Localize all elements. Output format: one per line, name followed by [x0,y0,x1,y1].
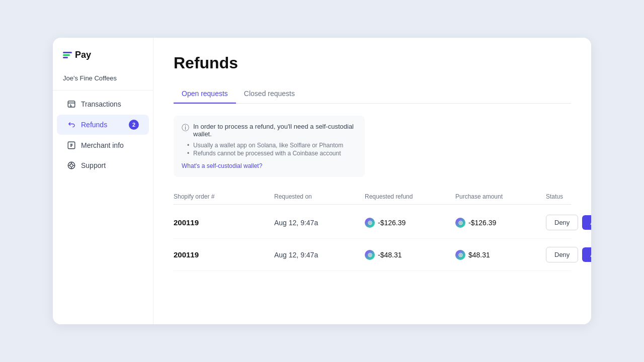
table-header: Shopify order # Requested on Requested r… [174,189,571,205]
requested-on-2: Aug 12, 9:47a [274,251,365,259]
deny-button-1[interactable]: Deny [546,215,578,230]
app-container: Pay Joe's Fine Coffees Transactions [53,38,591,324]
purchase-amount-1: ◎ -$126.39 [455,218,546,228]
refunds-badge: 2 [129,120,139,130]
requested-refund-2: ◎ -$48.31 [365,250,455,260]
sidebar-item-refunds[interactable]: Refunds 2 [57,115,149,135]
refunds-icon [67,120,76,129]
sidebar-item-merchant-info[interactable]: Merchant info [57,136,149,155]
svg-point-6 [70,164,73,167]
deny-button-2[interactable]: Deny [546,247,578,262]
info-list: Usually a wallet app on Solana, like Sol… [182,142,357,157]
logo: Pay [53,50,153,60]
sol-icon-3: ◎ [365,250,375,260]
sidebar: Pay Joe's Fine Coffees Transactions [53,38,153,324]
refunds-label: Refunds [81,121,107,129]
refund-amount-1: -$126.39 [378,219,406,227]
page-title: Refunds [174,54,571,72]
info-bullet-2: Refunds cannot be processed with a Coinb… [193,150,357,157]
refunds-table: Shopify order # Requested on Requested r… [174,189,571,271]
sidebar-item-transactions[interactable]: Transactions [57,95,149,114]
order-number-1: 200119 [174,218,274,227]
merchant-info-icon [67,141,76,150]
table-row: 200119 Aug 12, 9:47a ◎ -$48.31 ◎ $48.31 … [174,239,571,271]
purchase-amount-2: ◎ $48.31 [455,250,546,260]
info-title: In order to process a refund, you'll nee… [193,123,357,138]
merchant-name: Joe's Fine Coffees [53,74,153,90]
purchase-amount-val-1: -$126.39 [468,219,496,227]
info-box: ⓘ In order to process a refund, you'll n… [174,116,365,177]
logo-icon [63,52,72,58]
purchase-amount-val-2: $48.31 [468,251,490,259]
col-requested-on: Requested on [274,193,365,200]
info-circle-icon: ⓘ [182,123,189,133]
tab-closed-requests[interactable]: Closed requests [236,84,303,104]
table-row: 200119 Aug 12, 9:47a ◎ -$126.39 ◎ -$126.… [174,207,571,239]
sidebar-item-support[interactable]: Support [57,156,149,175]
sol-icon-1: ◎ [365,218,375,228]
requested-refund-1: ◎ -$126.39 [365,218,455,228]
actions-1: Deny Approve [546,215,591,230]
support-label: Support [81,161,106,169]
support-icon [67,161,76,170]
refund-amount-2: -$48.31 [378,251,401,259]
sol-icon-2: ◎ [455,218,465,228]
merchant-info-label: Merchant info [81,141,124,149]
transactions-label: Transactions [81,100,121,108]
approve-button-2[interactable]: Approve [582,247,591,262]
sol-icon-4: ◎ [455,250,465,260]
transactions-icon [67,100,76,109]
col-purchase-amount: Purchase amount [455,193,546,200]
logo-stripe-3 [63,57,68,58]
tab-open-requests[interactable]: Open requests [174,84,236,104]
order-number-2: 200119 [174,250,274,259]
logo-stripe-1 [63,52,72,53]
main-content: Refunds Open requests Closed requests ⓘ … [153,38,591,324]
approve-button-1[interactable]: Approve [582,215,591,230]
col-order: Shopify order # [174,193,274,200]
logo-text: Pay [75,50,91,60]
col-status: Status [546,193,571,200]
col-requested-refund: Requested refund [365,193,455,200]
tabs-container: Open requests Closed requests [174,84,571,104]
info-header: ⓘ In order to process a refund, you'll n… [182,123,357,138]
logo-stripe-2 [63,54,70,56]
requested-on-1: Aug 12, 9:47a [274,219,365,227]
info-bullet-1: Usually a wallet app on Solana, like Sol… [193,142,357,149]
actions-2: Deny Approve [546,247,591,262]
self-custodial-link[interactable]: What's a self-custodial wallet? [182,162,262,169]
